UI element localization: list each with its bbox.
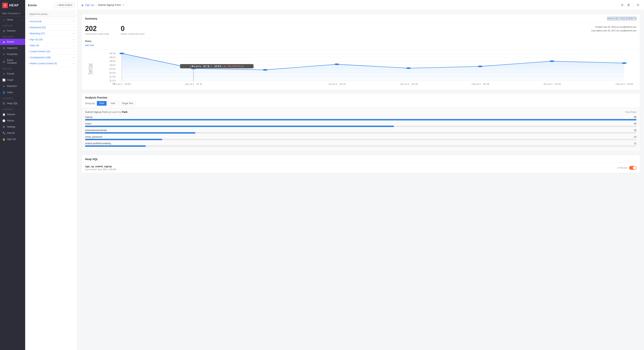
last-edited-label: Last edited [591, 29, 602, 32]
events-icon: ◈ [2, 40, 6, 43]
env-selector[interactable]: Main: Production ▾ [0, 11, 25, 17]
group-by-target-text-button[interactable]: Target Text [119, 101, 136, 106]
sidebar-item-history[interactable]: 🕐 History [0, 117, 25, 124]
bar-track [85, 132, 636, 134]
analysis-preview-title: Analysis Preview [85, 96, 636, 99]
home-icon: ⌂ [2, 18, 6, 21]
sql-sync-toggle[interactable] [629, 166, 636, 170]
sidebar-item-retention[interactable]: ↩ Retention [0, 83, 25, 89]
segments-icon: ⊡ [2, 46, 6, 49]
topbar-settings-button[interactable]: ⚙ [636, 2, 640, 7]
reports-label: reports include this event [121, 33, 144, 35]
sidebar-item-settings[interactable]: ⚙ Settings [0, 124, 25, 130]
svg-text:Event Count: Event Count [87, 63, 94, 74]
sidebar-item-sign-out[interactable]: 🔒 Sign Out [0, 136, 25, 142]
event-group-item[interactable]: › Custom Events (16) ✏ [25, 48, 77, 55]
reports-icon: 📋 [2, 113, 6, 116]
sidebar-item-label: Sources [7, 29, 16, 32]
sidebar-item-users[interactable]: 👤 Users [0, 89, 25, 95]
event-group-item[interactable]: › Video (4) ✏ [25, 42, 77, 48]
edit-icon[interactable]: ✏ [73, 62, 74, 65]
sidebar-item-internal[interactable]: 🔧 Internal [0, 130, 25, 136]
path-label: /users/password/new [85, 129, 107, 132]
event-group-item[interactable]: › Account (8) ✏ [25, 18, 77, 24]
event-groups-list: › Account (8) ✏ › Dashboard (20) ✏ › Mar… [25, 18, 77, 67]
edit-icon[interactable]: ✏ [73, 50, 74, 53]
sidebar-item-sources[interactable]: ◎ Sources [0, 28, 25, 34]
edit-icon[interactable]: ✏ [73, 20, 74, 23]
created-label: Created [595, 26, 602, 28]
visualizer-icon: ◰ [2, 60, 6, 63]
sources-icon: ◎ [2, 29, 6, 32]
events-panel-header: Events + NEW EVENT [25, 0, 77, 10]
sidebar-item-graph[interactable]: 📈 Graph [0, 77, 25, 83]
svg-text:20: 20 [109, 72, 116, 74]
edit-icon[interactable]: ✏ [73, 26, 74, 29]
svg-point-21 [263, 69, 268, 71]
event-group-label: Account (8) [30, 20, 42, 23]
event-group-item[interactable]: › Sign Up (18) ✏ [25, 36, 77, 42]
sidebar-item-segments[interactable]: ⊡ Segments [0, 45, 25, 51]
event-group-item[interactable]: › Dashboard (20) ✏ [25, 24, 77, 30]
sidebar-item-reports[interactable]: 📋 Reports [0, 111, 25, 117]
bar-count: 54 [634, 122, 636, 125]
event-group-label: Sign Up (18) [30, 38, 42, 41]
edit-icon[interactable]: ✏ [73, 38, 74, 41]
bar-track [85, 126, 636, 127]
event-group-label: Video (4) [30, 44, 39, 47]
edit-icon[interactable]: ✏ [73, 44, 74, 47]
sidebar-item-event-visualizer[interactable]: ◰ Event Visualizer [0, 57, 25, 66]
topbar-actions: ⧉ 🗑 ⚙ [620, 2, 640, 7]
search-input[interactable] [27, 11, 75, 17]
group-by-path-button[interactable]: Path [97, 101, 107, 106]
sidebar-item-label: History [7, 119, 14, 122]
svg-point-25 [550, 60, 554, 62]
sidebar-item-funnel[interactable]: ⬡ Funnel [0, 71, 25, 77]
add-note-link[interactable]: add note [85, 44, 94, 47]
edit-icon[interactable]: ✏ [73, 56, 74, 59]
sidebar-item-label: Properties [7, 53, 18, 55]
sidebar-item-label: Reports [7, 113, 15, 116]
new-event-button[interactable]: + NEW EVENT [54, 3, 74, 8]
svg-text:Jun 24: Jun 24 [471, 83, 490, 85]
edit-icon[interactable]: ✏ [73, 32, 74, 35]
section-label-analyze: Analyze [0, 66, 25, 71]
sidebar-item-properties[interactable]: ≡ Properties [0, 51, 25, 57]
heap-sql-card: Heap SQL sign_up_submit_signup Last sync… [81, 155, 640, 173]
notes-title: Notes [85, 40, 636, 42]
notes-section: Notes add note [82, 38, 640, 49]
analysis-bar-row: /users/password/new 19 [85, 129, 636, 134]
events-panel-title: Events [28, 4, 37, 7]
occurrences-count: 202 [85, 25, 109, 32]
event-group-item[interactable]: › Uncategorized (186) ✏ [25, 55, 77, 61]
sidebar-item-label: Events [7, 40, 14, 43]
analysis-bar-row: /online-portfolio/modeling 11 [85, 142, 636, 147]
svg-text:10: 10 [109, 79, 116, 82]
sidebar-item-events[interactable]: ◈ Events [0, 39, 25, 45]
group-by-href-button[interactable]: Href [108, 101, 118, 106]
sidebar-item-label: Retention [7, 85, 17, 87]
analyze-this-event-button[interactable]: ANALYZE THIS EVENT ▾ [607, 17, 636, 20]
svg-text:Jun 23: Jun 23 [399, 83, 418, 85]
svg-text:40: 40 [109, 56, 116, 58]
delete-button[interactable]: 🗑 [626, 2, 631, 7]
sidebar-item-home[interactable]: ⌂ Home ▾ [0, 17, 25, 23]
logo-area: H HEAP [0, 0, 25, 11]
created-value: July 25, 2016 by cory@foliohd.com [603, 26, 636, 28]
breadcrumb-parent[interactable]: Sign Up [85, 3, 94, 6]
svg-text:Jun 25: Jun 25 [543, 83, 561, 85]
sql-table-name: sign_up_submit_signup [85, 165, 116, 168]
stat-metadata: Created July 25, 2016 by cory@foliohd.co… [591, 25, 636, 32]
svg-point-22 [334, 63, 339, 65]
svg-text:35: 35 [109, 60, 116, 62]
edit-icon[interactable]: ✏ [122, 4, 124, 6]
event-group-label: Marketing (27) [30, 32, 44, 35]
sidebar-item-label: Sign Out [7, 138, 16, 141]
reports-stat: 0 reports include this event [121, 25, 144, 35]
occurrences-label: occurrences in past week [85, 33, 109, 35]
sidebar-item-heap-sql[interactable]: ☰ Heap SQL [0, 100, 25, 106]
event-group-item[interactable]: › Hidden Custom Events (6) ✏ [25, 61, 77, 67]
chevron-right-icon: › [28, 32, 28, 35]
copy-button[interactable]: ⧉ [620, 2, 624, 7]
event-group-item[interactable]: › Marketing (27) ✏ [25, 30, 77, 36]
